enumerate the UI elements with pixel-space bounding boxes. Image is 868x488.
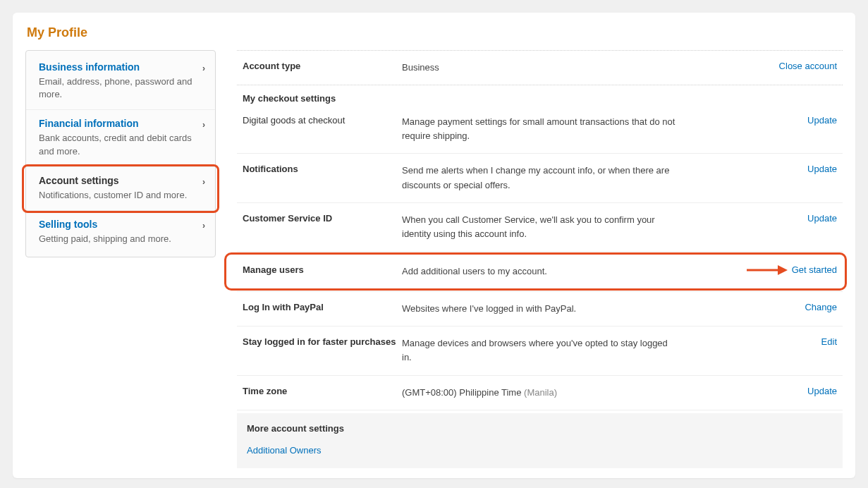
row-label: Account type: [237, 61, 402, 71]
settings-panel: Account type Business Close account My c…: [237, 50, 843, 468]
row-label: Digital goods at checkout: [237, 115, 402, 126]
sidebar-item-subtitle: Getting paid, shipping and more.: [39, 233, 202, 245]
additional-owners-link[interactable]: Additional Owners: [247, 445, 833, 456]
row-value: Add additional users to my account.: [402, 264, 684, 279]
row-label: Stay logged in for faster purchases: [237, 336, 402, 347]
annotation-arrow-icon: [745, 263, 789, 277]
row-customer-service-id: Customer Service ID When you call Custom…: [237, 203, 843, 252]
sidebar-item-subtitle: Bank accounts, credit and debit cards an…: [39, 132, 202, 157]
sidebar-item-title: Account settings: [39, 175, 202, 186]
edit-stay-logged-link[interactable]: Edit: [821, 336, 843, 347]
row-value: When you call Customer Service, we'll as…: [402, 213, 684, 241]
chevron-right-icon: ›: [202, 177, 205, 187]
row-stay-logged-in: Stay logged in for faster purchases Mana…: [237, 327, 843, 375]
chevron-right-icon: ›: [202, 221, 205, 231]
update-csid-link[interactable]: Update: [807, 213, 843, 224]
profile-card: My Profile Business information Email, a…: [13, 13, 855, 478]
section-header-checkout: My checkout settings: [237, 85, 843, 105]
row-label: Customer Service ID: [237, 213, 402, 224]
sidebar: Business information Email, address, pho…: [25, 50, 216, 257]
row-value: Send me alerts when I change my account …: [402, 164, 684, 192]
chevron-right-icon: ›: [202, 63, 205, 73]
row-label: Manage users: [237, 264, 402, 275]
row-value: Websites where I've logged in with PayPa…: [402, 302, 684, 316]
row-time-zone: Time zone (GMT+08:00) Philippine Time (M…: [237, 376, 843, 410]
row-label: Log In with PayPal: [237, 302, 402, 312]
sidebar-item-subtitle: Email, address, phone, password and more…: [39, 75, 202, 101]
more-account-settings-box: More account settings Additional Owners: [237, 413, 843, 468]
sidebar-item-title: Financial information: [39, 118, 202, 129]
row-value: Business: [402, 61, 684, 75]
timezone-note: (Manila): [524, 387, 557, 398]
svg-marker-1: [778, 265, 788, 275]
sidebar-item-financial-information[interactable]: Financial information Bank accounts, cre…: [26, 110, 215, 166]
row-value: Manage payment settings for small amount…: [402, 115, 684, 143]
more-account-settings-title: More account settings: [247, 423, 833, 434]
chevron-right-icon: ›: [202, 120, 205, 130]
row-notifications: Notifications Send me alerts when I chan…: [237, 154, 843, 202]
update-timezone-link[interactable]: Update: [807, 386, 843, 396]
row-label: Time zone: [237, 386, 402, 396]
sidebar-item-selling-tools[interactable]: Selling tools Getting paid, shipping and…: [26, 211, 215, 254]
sidebar-item-title: Selling tools: [39, 219, 202, 230]
change-login-pp-link[interactable]: Change: [805, 302, 843, 312]
row-value: Manage devices and browsers where you've…: [402, 336, 684, 365]
row-digital-goods: Digital goods at checkout Manage payment…: [237, 105, 843, 154]
sidebar-item-subtitle: Notifications, customer ID and more.: [39, 189, 202, 202]
row-label: Notifications: [237, 164, 402, 174]
page-title: My Profile: [27, 25, 843, 40]
sidebar-item-title: Business information: [39, 61, 202, 73]
row-login-with-paypal: Log In with PayPal Websites where I've l…: [237, 292, 843, 327]
sidebar-item-business-information[interactable]: Business information Email, address, pho…: [26, 54, 215, 110]
update-notifications-link[interactable]: Update: [807, 164, 843, 174]
row-value: (GMT+08:00) Philippine Time (Manila): [402, 386, 684, 400]
row-account-type: Account type Business Close account: [237, 51, 843, 85]
get-started-manage-users-link[interactable]: Get started: [792, 264, 843, 275]
timezone-value: (GMT+08:00) Philippine Time: [402, 387, 521, 398]
close-account-link[interactable]: Close account: [779, 61, 843, 71]
update-digital-goods-link[interactable]: Update: [807, 115, 843, 126]
sidebar-item-account-settings[interactable]: Account settings Notifications, customer…: [26, 167, 215, 211]
row-manage-users: Manage users Add additional users to my …: [237, 252, 843, 292]
